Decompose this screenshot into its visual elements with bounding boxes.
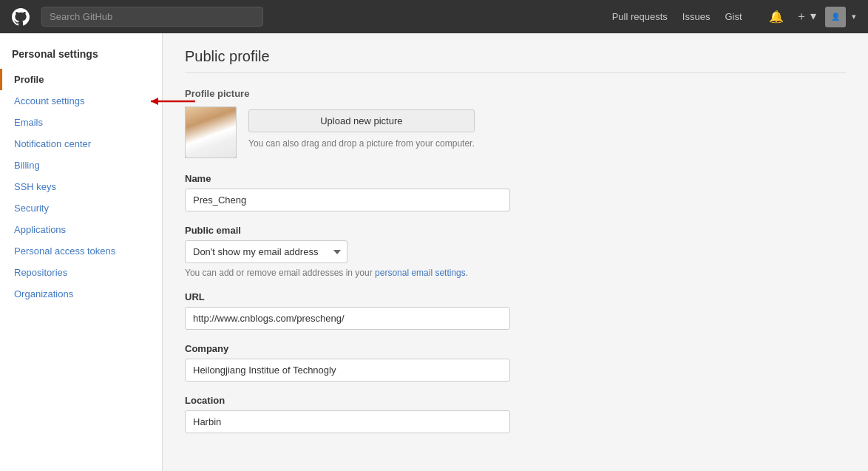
user-avatar[interactable]: 👤: [825, 7, 846, 27]
public-email-select[interactable]: Don't show my email address: [185, 240, 347, 263]
sidebar-item-profile[interactable]: Profile: [0, 69, 162, 90]
profile-picture-row: Upload new picture You can also drag and…: [185, 106, 846, 158]
name-field-group: Name: [185, 173, 846, 211]
user-menu-arrow[interactable]: ▾: [852, 12, 856, 21]
main-content: Public profile Profile picture Upload ne…: [163, 33, 868, 471]
name-label: Name: [185, 173, 846, 184]
company-label: Company: [185, 343, 846, 354]
sidebar-item-billing[interactable]: Billing: [0, 155, 162, 176]
url-label: URL: [185, 291, 846, 302]
sidebar-item-ssh-keys[interactable]: SSH keys: [0, 176, 162, 197]
nav-issues[interactable]: Issues: [682, 11, 711, 22]
sidebar-section-title: Personal settings: [0, 48, 162, 69]
location-field-group: Location: [185, 395, 846, 433]
search-input[interactable]: [41, 7, 263, 27]
nav-pull-requests[interactable]: Pull requests: [612, 11, 668, 22]
sidebar-item-personal-access-tokens[interactable]: Personal access tokens: [0, 240, 162, 262]
sidebar-item-emails[interactable]: Emails: [0, 112, 162, 133]
drag-drop-hint: You can also drag and drop a picture fro…: [248, 138, 475, 149]
email-hint-prefix: You can add or remove email addresses in…: [185, 268, 375, 278]
sidebar-item-row-profile: Profile: [0, 69, 162, 90]
header-nav: Pull requests Issues Gist: [612, 11, 742, 22]
profile-avatar-image: [185, 106, 237, 158]
page-title: Public profile: [185, 48, 846, 73]
company-field-group: Company: [185, 343, 846, 382]
sidebar-item-row-account-settings: Account settings: [0, 90, 162, 112]
email-hint-suffix: .: [466, 268, 468, 278]
new-item-button[interactable]: ＋ ▾: [793, 6, 819, 27]
public-email-label: Public email: [185, 225, 846, 236]
url-input[interactable]: [185, 307, 510, 330]
sidebar-item-security[interactable]: Security: [0, 197, 162, 219]
name-input[interactable]: [185, 189, 510, 211]
profile-avatar: [185, 106, 237, 158]
profile-picture-actions: Upload new picture You can also drag and…: [248, 106, 475, 149]
public-email-field-group: Public email Don't show my email address…: [185, 225, 846, 278]
location-input[interactable]: [185, 410, 510, 433]
sidebar: Personal settings Profile Account settin…: [0, 33, 163, 471]
profile-picture-label: Profile picture: [185, 88, 846, 99]
sidebar-item-applications[interactable]: Applications: [0, 219, 162, 240]
sidebar-item-account-settings[interactable]: Account settings: [0, 90, 162, 112]
notifications-button[interactable]: 🔔: [766, 7, 787, 27]
sidebar-item-organizations[interactable]: Organizations: [0, 283, 162, 305]
company-input[interactable]: [185, 359, 510, 382]
profile-picture-section: Profile picture Upload new picture You c…: [185, 88, 846, 158]
nav-gist[interactable]: Gist: [725, 11, 742, 22]
personal-email-settings-link[interactable]: personal email settings: [375, 268, 466, 278]
search-box: [41, 7, 263, 27]
email-hint: You can add or remove email addresses in…: [185, 268, 846, 278]
header: Pull requests Issues Gist 🔔 ＋ ▾ 👤 ▾: [0, 0, 868, 33]
page-layout: Personal settings Profile Account settin…: [0, 33, 868, 471]
sidebar-item-notification-center[interactable]: Notification center: [0, 133, 162, 155]
upload-picture-button[interactable]: Upload new picture: [248, 109, 475, 132]
location-label: Location: [185, 395, 846, 406]
sidebar-item-repositories[interactable]: Repositories: [0, 262, 162, 283]
github-logo[interactable]: [12, 8, 30, 26]
url-field-group: URL: [185, 291, 846, 330]
header-icons: 🔔 ＋ ▾ 👤 ▾: [766, 6, 856, 27]
